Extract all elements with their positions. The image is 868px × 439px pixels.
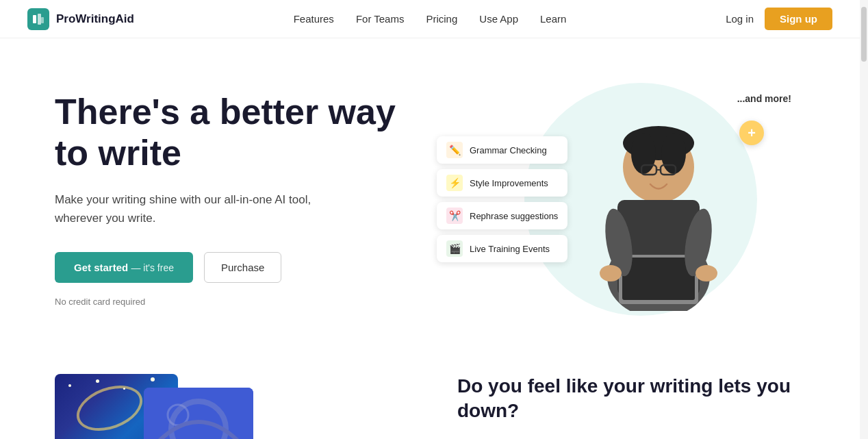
nav-pricing[interactable]: Pricing xyxy=(426,13,457,25)
person-svg xyxy=(570,85,748,311)
style-label: Style Improvements xyxy=(470,178,548,188)
hero-illustration xyxy=(570,85,748,314)
svg-point-16 xyxy=(600,265,622,281)
hero-subtitle: Make your writing shine with our all-in-… xyxy=(55,190,342,227)
hero-buttons: Get started — it's free Purchase xyxy=(55,252,430,283)
login-link[interactable]: Log in xyxy=(726,13,754,25)
rephrase-icon: ✂️ xyxy=(446,208,463,224)
nav-links: Features For Teams Pricing Use App Learn xyxy=(294,13,567,25)
grammar-label: Grammar Checking xyxy=(470,145,547,155)
section-image-area: My idea in my head xyxy=(55,374,403,439)
more-label: ...and more! xyxy=(737,93,791,104)
second-card xyxy=(144,388,253,439)
style-icon: ⚡ xyxy=(446,175,463,191)
feature-cards: ✏️ Grammar Checking ⚡ Style Improvements… xyxy=(437,136,567,262)
svg-point-6 xyxy=(631,133,656,174)
free-label: — it's free xyxy=(131,262,174,273)
no-card-text: No credit card required xyxy=(55,297,430,307)
get-started-label: Get started xyxy=(74,262,128,273)
brand-name: ProWritingAid xyxy=(56,12,134,26)
nav-learn[interactable]: Learn xyxy=(540,13,566,25)
section-title: Do you feel like your writing lets you d… xyxy=(457,374,805,424)
svg-rect-1 xyxy=(38,14,41,25)
scroll-thumb[interactable] xyxy=(861,7,867,62)
svg-rect-0 xyxy=(33,15,36,23)
purchase-button[interactable]: Purchase xyxy=(204,252,281,283)
navbar: ProWritingAid Features For Teams Pricing… xyxy=(0,0,860,38)
hero-left: There's a better way to write Make your … xyxy=(55,92,430,307)
hero-title: There's a better way to write xyxy=(55,92,430,174)
brand: ProWritingAid xyxy=(27,8,134,30)
scrollbar[interactable] xyxy=(860,0,868,439)
hero-section: There's a better way to write Make your … xyxy=(0,38,860,347)
signup-button[interactable]: Sign up xyxy=(765,8,832,30)
abstract-card-svg xyxy=(144,388,253,439)
svg-point-17 xyxy=(695,265,717,281)
training-label: Live Training Events xyxy=(470,244,550,254)
feature-card-grammar: ✏️ Grammar Checking xyxy=(437,136,567,164)
nav-for-teams[interactable]: For Teams xyxy=(356,13,405,25)
nav-use-app[interactable]: Use App xyxy=(479,13,518,25)
training-icon: 🎬 xyxy=(446,240,463,257)
svg-rect-2 xyxy=(41,17,44,23)
section-text: Do you feel like your writing lets you d… xyxy=(457,374,805,439)
svg-rect-20 xyxy=(144,388,253,439)
feature-card-training: 🎬 Live Training Events xyxy=(437,235,567,262)
starry-swirl xyxy=(71,377,149,439)
get-started-button[interactable]: Get started — it's free xyxy=(55,252,193,283)
nav-features[interactable]: Features xyxy=(294,13,334,25)
svg-rect-13 xyxy=(622,258,695,300)
second-section: My idea in my head Do you feel like your… xyxy=(0,347,860,439)
logo-icon xyxy=(27,8,49,30)
navbar-right: Log in Sign up xyxy=(726,8,832,30)
section-body: We know what it's like to feel the FEAR … xyxy=(457,435,805,439)
rephrase-label: Rephrase suggestions xyxy=(470,211,558,221)
feature-card-rephrase: ✂️ Rephrase suggestions xyxy=(437,202,567,229)
page-wrapper: ProWritingAid Features For Teams Pricing… xyxy=(0,0,868,439)
feature-card-style: ⚡ Style Improvements xyxy=(437,169,567,197)
svg-point-7 xyxy=(661,133,686,174)
plus-badge: + xyxy=(739,121,764,145)
hero-right: ...and more! + ✏️ Grammar Checking ⚡ Sty… xyxy=(430,79,805,319)
grammar-icon: ✏️ xyxy=(446,142,463,158)
